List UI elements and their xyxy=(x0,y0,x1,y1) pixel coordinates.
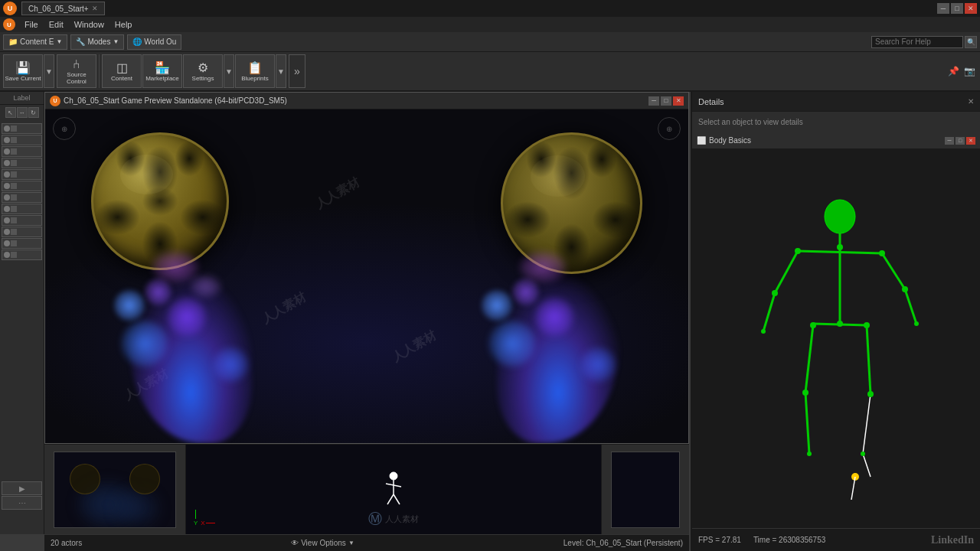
svg-point-5 xyxy=(825,200,855,233)
svg-line-10 xyxy=(763,293,775,331)
svg-line-16 xyxy=(867,325,871,394)
preview-close-btn[interactable]: ✕ xyxy=(673,96,684,106)
search-input[interactable] xyxy=(871,36,963,48)
pin-icon[interactable]: 📌 xyxy=(946,64,961,79)
title-bar: U Ch_06_05_Start+ ✕ ─ □ ✕ xyxy=(0,0,980,17)
sidebar-icon-move[interactable]: ↔ xyxy=(17,107,28,118)
sidebar-bottom-icon-2[interactable]: ⋯ xyxy=(2,496,42,510)
window-tab[interactable]: Ch_06_05_Start+ ✕ xyxy=(21,2,105,15)
blueprints-dropdown-btn[interactable]: ▼ xyxy=(276,54,286,88)
close-tab-icon[interactable]: ✕ xyxy=(92,5,98,12)
mini-preview-left xyxy=(44,445,186,534)
sub-toolbar: 📁 Content E ▼ 🔧 Modes ▼ 🌐 World Ou 🔍 xyxy=(0,32,980,52)
menu-help[interactable]: Help xyxy=(110,19,137,30)
game-preview-content: 人人素材 人人素材 人人素材 人人素材 人人素材 xyxy=(45,109,688,443)
svg-line-9 xyxy=(775,251,798,293)
sidebar-section-1: ↖ ↔ ↻ xyxy=(0,105,44,120)
right-panel: Details ✕ Select an object to view detai… xyxy=(691,92,980,551)
menu-window[interactable]: Window xyxy=(70,19,109,30)
svg-line-12 xyxy=(905,289,916,324)
sidebar-tool-4[interactable] xyxy=(2,158,42,168)
svg-point-31 xyxy=(867,391,874,397)
level-info: Level: Ch_06_05_Start (Persistent) xyxy=(564,539,683,547)
sidebar-tool-8[interactable] xyxy=(2,204,42,214)
details-content: Select an object to view details xyxy=(692,112,980,132)
settings-dropdown-btn[interactable]: ▼ xyxy=(224,54,234,88)
source-control-button[interactable]: ⑃ Source Control xyxy=(57,54,96,88)
svg-point-0 xyxy=(390,472,397,480)
svg-point-29 xyxy=(802,390,808,396)
body-panel: ⬜ Body Basics ─ □ ✕ xyxy=(692,132,980,551)
sidebar-bottom-icon-1[interactable]: ▶ xyxy=(2,481,42,495)
skeleton-view xyxy=(692,149,980,528)
modes-chevron-icon: ▼ xyxy=(113,38,119,45)
body-close-btn[interactable]: ✕ xyxy=(966,137,975,145)
save-btn-group: 💾 Save Current ▼ xyxy=(3,54,54,89)
blueprints-button[interactable]: 📋 Blueprints xyxy=(235,54,275,88)
view-options-chevron: ▼ xyxy=(348,540,354,546)
content-e-button[interactable]: 📁 Content E ▼ xyxy=(3,34,67,50)
ui-circle-topleft: ⊕ xyxy=(53,117,76,140)
svg-line-14 xyxy=(805,325,813,393)
settings-button[interactable]: ⚙ Settings xyxy=(183,54,223,88)
details-close-btn[interactable]: ✕ xyxy=(968,97,974,106)
body-maximize-btn[interactable]: □ xyxy=(956,137,965,145)
skeleton-svg xyxy=(721,155,951,523)
maximize-button[interactable]: □ xyxy=(951,3,963,14)
sidebar-tool-2[interactable] xyxy=(2,135,42,145)
svg-point-20 xyxy=(795,248,801,254)
svg-line-18 xyxy=(863,454,871,477)
body-panel-title: Body Basics xyxy=(709,136,751,145)
sidebar-tool-7[interactable] xyxy=(2,192,42,203)
settings-btn-group: ⚙ Settings ▼ xyxy=(183,54,234,89)
preview-minimize-btn[interactable]: ─ xyxy=(648,96,659,106)
modes-button[interactable]: 🔧 Modes ▼ xyxy=(70,34,124,50)
modes-icon: 🔧 xyxy=(76,37,85,46)
marketplace-button[interactable]: 🏪 Marketplace xyxy=(142,54,182,88)
body-minimize-btn[interactable]: ─ xyxy=(945,137,954,145)
svg-line-34 xyxy=(851,477,855,500)
search-icon[interactable]: 🔍 xyxy=(965,36,977,48)
sidebar-tool-9[interactable] xyxy=(2,215,42,226)
more-tools-button[interactable]: » xyxy=(289,54,305,88)
svg-line-4 xyxy=(394,494,400,504)
preview-maximize-btn[interactable]: □ xyxy=(661,96,671,106)
sidebar-icon-rotate[interactable]: ↻ xyxy=(28,107,39,118)
main-toolbar: 💾 Save Current ▼ ⑃ Source Control ◫ Cont… xyxy=(0,52,980,92)
menu-file[interactable]: File xyxy=(20,19,43,30)
world-ou-button[interactable]: 🌐 World Ou xyxy=(127,34,181,50)
game-preview-window: U Ch_06_05_Start Game Preview Standalone… xyxy=(44,92,689,444)
sidebar-icon-select[interactable]: ↖ xyxy=(5,107,16,118)
minimize-button[interactable]: ─ xyxy=(937,3,949,14)
svg-point-21 xyxy=(879,250,885,256)
preview-window-controls: ─ □ ✕ xyxy=(648,96,684,106)
ue-logo: U xyxy=(3,2,17,15)
sidebar-tool-5[interactable] xyxy=(2,169,42,180)
menu-edit[interactable]: Edit xyxy=(44,19,68,30)
sidebar-tool-6[interactable] xyxy=(2,181,42,191)
tab-title: Ch_06_05_Start+ xyxy=(28,5,89,13)
svg-line-15 xyxy=(805,393,809,454)
sidebar-label-header: Label xyxy=(0,92,44,105)
status-bar: 20 actors 👁 View Options ▼ Level: Ch_06_… xyxy=(44,534,689,551)
svg-point-27 xyxy=(810,322,816,328)
linked-in-logo: LinkedIn xyxy=(931,534,974,546)
sidebar-tool-1[interactable] xyxy=(2,123,42,134)
content-button[interactable]: ◫ Content xyxy=(102,54,142,88)
particles-right xyxy=(474,229,642,443)
svg-point-25 xyxy=(914,321,919,326)
fps-value: FPS = 27.81 xyxy=(698,536,741,544)
save-dropdown-btn[interactable]: ▼ xyxy=(44,54,54,88)
view-options-button[interactable]: 👁 View Options ▼ xyxy=(291,539,354,547)
camera-icon[interactable]: 📷 xyxy=(962,64,977,79)
particles-left xyxy=(106,229,275,443)
svg-point-24 xyxy=(902,286,908,292)
sidebar-tool-3[interactable] xyxy=(2,146,42,157)
sidebar-tool-11[interactable] xyxy=(2,238,42,249)
time-value: Time = 26308356753 xyxy=(753,536,825,544)
close-button[interactable]: ✕ xyxy=(965,3,977,14)
sidebar-tool-10[interactable] xyxy=(2,227,42,237)
save-button[interactable]: 💾 Save Current xyxy=(3,54,43,88)
sidebar-tool-12[interactable] xyxy=(2,249,42,260)
svg-point-30 xyxy=(807,452,812,456)
